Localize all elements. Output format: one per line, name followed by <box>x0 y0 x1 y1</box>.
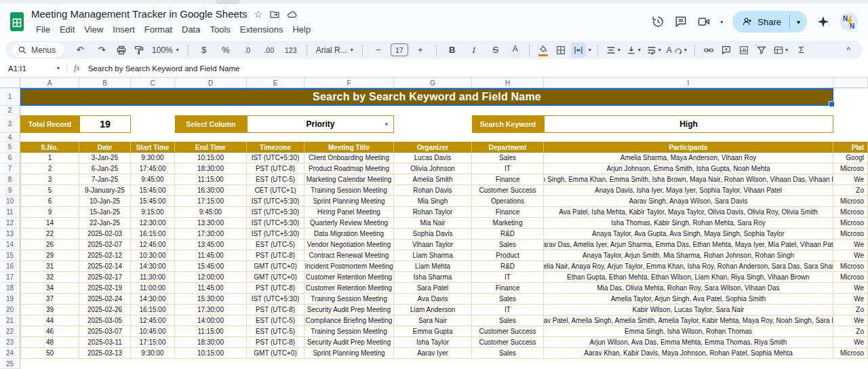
cell[interactable]: EST (UTC-5) <box>247 315 304 326</box>
cell[interactable]: Emma Singh, Isha Wilson, Rohan Thomas <box>544 326 833 337</box>
cell[interactable]: Arjun Singh, Emma Khan, Emma Smith, Isha… <box>544 174 833 185</box>
text-rotation-button[interactable]: A ▾ <box>665 43 688 58</box>
cell[interactable]: 32 <box>20 272 79 283</box>
cell[interactable]: Ethan Gupta, Ethan Mehta, Ethan Wilson, … <box>544 272 833 283</box>
cloud-status-icon[interactable] <box>287 9 298 20</box>
cell[interactable]: 2025-02-14 <box>79 261 131 272</box>
column-header-F[interactable]: F <box>304 77 394 88</box>
name-box-caret-icon[interactable]: ▾ <box>57 65 60 71</box>
cell[interactable]: Liam Anderson <box>394 305 472 315</box>
italic-button[interactable]: I <box>465 43 484 58</box>
menu-insert[interactable]: Insert <box>108 23 140 36</box>
column-header-partial[interactable] <box>833 77 868 88</box>
cell[interactable]: 15:45:00 <box>175 261 247 272</box>
cell[interactable]: Quarterly Review Meeting <box>304 218 394 229</box>
cell[interactable]: 9:45:00 <box>131 174 175 185</box>
cell[interactable]: Amelia Nair, Anaya Roy, Arjun Taylor, Em… <box>544 261 833 272</box>
cell[interactable]: Sales <box>472 348 544 359</box>
account-avatar[interactable]: NN <box>840 12 859 31</box>
cell[interactable]: R&D <box>472 261 544 272</box>
menu-format[interactable]: Format <box>140 23 177 36</box>
cell[interactable]: Customer Success <box>472 185 544 196</box>
cell[interactable]: 2 <box>20 163 79 174</box>
cell[interactable]: Microso <box>833 196 868 207</box>
menu-tools[interactable]: Tools <box>205 23 235 36</box>
cell[interactable]: Product <box>472 250 544 261</box>
sheets-logo-icon[interactable] <box>9 12 24 32</box>
menu-help[interactable]: Help <box>288 23 315 36</box>
cell[interactable]: Product Roadmap Meeting <box>304 163 394 174</box>
row-header-9[interactable]: 9 <box>0 185 20 196</box>
cell[interactable]: 2025-03-05 <box>79 315 131 326</box>
cell[interactable]: Customer Success <box>472 326 544 337</box>
increase-font-size-button[interactable]: + <box>411 43 430 58</box>
cell[interactable]: We <box>833 250 868 261</box>
cell[interactable]: Microso <box>833 261 868 272</box>
cell[interactable]: 26 <box>20 239 79 250</box>
merge-options-caret-icon[interactable]: ▾ <box>589 47 591 53</box>
cell[interactable]: Isha Thomas, Kabir Singh, Rohan Mehta, S… <box>544 218 833 229</box>
cell[interactable]: 2025-02-24 <box>79 294 131 305</box>
cell[interactable]: 11:30:00 <box>131 272 175 283</box>
merge-cells-button[interactable] <box>571 43 586 58</box>
cell[interactable]: Anaya Taylor, Arjun Smith, Mia Sharma, R… <box>544 250 833 261</box>
cell[interactable]: Rohan Davis <box>394 185 472 196</box>
table-header-s-no-[interactable]: S.No. <box>20 142 79 153</box>
cell[interactable]: Isha Taylor <box>394 337 472 348</box>
row-header-22[interactable]: 22 <box>0 326 20 337</box>
menu-file[interactable]: File <box>31 23 55 36</box>
column-header-C[interactable]: C <box>131 77 175 88</box>
cell[interactable]: Mia Singh <box>394 196 472 207</box>
font-size-input[interactable]: 17 <box>391 43 408 56</box>
cell[interactable]: 44 <box>20 315 79 326</box>
create-filter-icon[interactable] <box>754 43 769 58</box>
cell[interactable]: Microso <box>833 229 868 239</box>
cell[interactable]: Googl <box>833 153 868 163</box>
cell[interactable]: PST (UTC-8) <box>247 163 304 174</box>
zoom-select[interactable]: 100%▾ <box>149 45 182 55</box>
print-icon[interactable] <box>114 43 129 58</box>
cell[interactable]: Lucas Davis <box>394 153 472 163</box>
table-header-organizer[interactable]: Organizer <box>394 142 472 153</box>
row-header-12[interactable]: 12 <box>0 218 20 229</box>
cell[interactable]: 6 <box>20 196 79 207</box>
cell[interactable]: 2025-02-19 <box>79 283 131 294</box>
cell[interactable]: Vihaan Taylor <box>394 239 472 250</box>
cell[interactable]: 50 <box>20 348 79 359</box>
cell[interactable]: 2025-02-17 <box>79 272 131 283</box>
cell[interactable]: PST (UTC-8) <box>247 283 304 294</box>
cell[interactable]: Compliance Briefing Meeting <box>304 315 394 326</box>
cell[interactable]: Emma Gupta <box>394 326 472 337</box>
cell[interactable]: CET (UTC+1) <box>247 185 304 196</box>
cell[interactable]: 15:30:00 <box>175 294 247 305</box>
row-header-17[interactable]: 17 <box>0 272 20 283</box>
cell[interactable]: Amelia Taylor, Arjun Singh, Ava Patel, S… <box>544 294 833 305</box>
cell[interactable]: Aarav Das, Amelia Iyer, Arjun Sharma, Em… <box>544 239 833 250</box>
cell[interactable]: Marketing Calendar Meeting <box>304 174 394 185</box>
cell[interactable]: 11:45:00 <box>175 250 247 261</box>
row-header-24[interactable]: 24 <box>0 348 20 359</box>
cell[interactable]: Mia Nair <box>394 218 472 229</box>
cell[interactable]: 11:45:00 <box>175 283 247 294</box>
cell[interactable]: 14:30:00 <box>131 294 175 305</box>
cell[interactable]: 16:15:00 <box>131 229 175 239</box>
cell[interactable]: 18:30:00 <box>175 337 247 348</box>
cell[interactable]: IST (UTC+5:30) <box>247 294 304 305</box>
gemini-sparkle-icon[interactable] <box>816 15 830 28</box>
row-header-13[interactable]: 13 <box>0 229 20 239</box>
cell[interactable]: Microso <box>833 348 868 359</box>
row-header-23[interactable]: 23 <box>0 337 20 348</box>
cell[interactable]: 2025-02-03 <box>79 229 131 239</box>
cell[interactable]: Contract Renewal Meeting <box>304 250 394 261</box>
cell[interactable]: 17:15:00 <box>175 196 247 207</box>
cell[interactable]: Marketing <box>472 218 544 229</box>
cell[interactable]: IST (UTC+5:30) <box>247 196 304 207</box>
cell[interactable]: 2025-02-12 <box>79 250 131 261</box>
cell[interactable]: Security Audit Prep Meeting <box>304 337 394 348</box>
cell[interactable]: Anaya Taylor, Ava Gupta, Ava Singh, Maya… <box>544 229 833 239</box>
cell[interactable]: 10:45:00 <box>131 326 175 337</box>
cell[interactable]: 37 <box>20 294 79 305</box>
cell[interactable]: Liam Sharma <box>394 250 472 261</box>
cell[interactable]: 11:15:00 <box>175 174 247 185</box>
hide-menus-button[interactable]: ^ <box>846 45 856 55</box>
